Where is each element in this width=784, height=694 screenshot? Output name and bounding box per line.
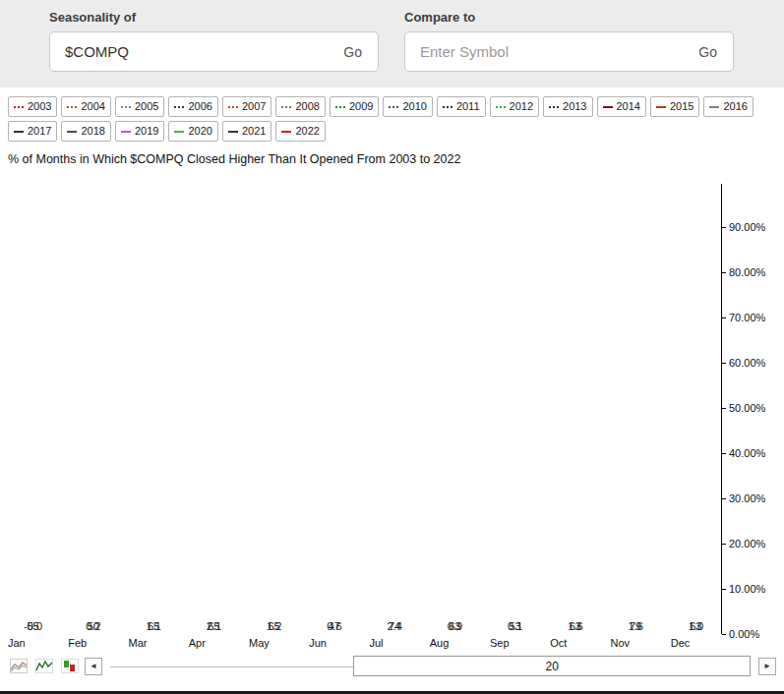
year-toggle-2014[interactable]: 2014 bbox=[597, 96, 646, 117]
month-label: Sep bbox=[490, 637, 540, 649]
year-label: 2014 bbox=[617, 100, 640, 113]
year-label: 2022 bbox=[295, 125, 319, 138]
scroll-right-button[interactable]: ► bbox=[758, 658, 776, 675]
year-toggle-2007[interactable]: 2007 bbox=[222, 96, 271, 117]
bars: 55-0.0500.2651.1652.1651.2470.6742.4630.… bbox=[0, 184, 721, 634]
bar-column: 742.4 bbox=[370, 620, 420, 634]
year-line-icon bbox=[121, 106, 131, 108]
histogram-glyph bbox=[61, 659, 79, 673]
symbol-go-button[interactable]: Go bbox=[332, 38, 374, 66]
line-chart-glyph bbox=[35, 659, 53, 673]
month-label: Dec bbox=[671, 637, 721, 649]
y-axis-tick: 80.00% bbox=[722, 266, 765, 278]
year-line-icon bbox=[549, 106, 559, 108]
year-line-icon bbox=[709, 106, 719, 108]
year-toggle-2019[interactable]: 2019 bbox=[115, 121, 164, 142]
y-axis-tick: 40.00% bbox=[722, 447, 765, 459]
year-line-icon bbox=[228, 106, 238, 108]
year-line-icon bbox=[335, 106, 345, 108]
symbol-input[interactable] bbox=[63, 42, 332, 61]
y-axis-tick: 20.00% bbox=[722, 538, 765, 549]
chart-toolbar: ◄ 20 ► bbox=[0, 649, 784, 682]
month-axis: JanFebMarAprMayJunJulAugSepOctNovDec bbox=[0, 637, 721, 649]
y-axis-tick: 70.00% bbox=[722, 312, 765, 323]
year-toggle-2009[interactable]: 2009 bbox=[330, 96, 379, 117]
year-label: 2016 bbox=[723, 100, 747, 113]
tick-mark bbox=[722, 589, 726, 590]
range-slider-thumb[interactable]: 20 bbox=[353, 656, 751, 676]
symbol-input-group: Go bbox=[49, 31, 379, 72]
bar-column: 530.1 bbox=[490, 620, 540, 634]
plot-area: 55-0.0500.2651.1652.1651.2470.6742.4630.… bbox=[0, 184, 721, 649]
tick-label: 10.00% bbox=[729, 583, 765, 595]
year-toggle-2016[interactable]: 2016 bbox=[703, 96, 753, 117]
year-label: 2015 bbox=[670, 100, 694, 113]
year-line-icon bbox=[67, 131, 77, 133]
bar-bottom-label: 0.9 bbox=[430, 620, 480, 632]
year-line-icon bbox=[443, 106, 452, 108]
year-toggle-2015[interactable]: 2015 bbox=[650, 96, 699, 117]
year-line-icon bbox=[228, 131, 238, 133]
month-label: Mar bbox=[129, 637, 179, 649]
compare-symbol-input[interactable] bbox=[418, 42, 687, 61]
y-axis-tick: 60.00% bbox=[722, 357, 765, 369]
year-toggle-2003[interactable]: 2003 bbox=[8, 96, 57, 117]
year-toggle-2018[interactable]: 2018 bbox=[61, 121, 110, 142]
year-label: 2009 bbox=[349, 100, 373, 113]
year-line-icon bbox=[281, 131, 291, 133]
bar-column: 651.2 bbox=[249, 620, 299, 634]
bar-column: 791.6 bbox=[611, 620, 661, 634]
year-toggle-2004[interactable]: 2004 bbox=[61, 96, 110, 117]
tick-label: 60.00% bbox=[729, 357, 765, 369]
bar-column: 631.0 bbox=[671, 620, 721, 634]
area-chart-icon[interactable] bbox=[8, 657, 29, 675]
year-toggle-2020[interactable]: 2020 bbox=[168, 121, 217, 142]
year-line-icon bbox=[174, 106, 184, 108]
month-label: Oct bbox=[550, 637, 600, 649]
compare-go-button[interactable]: Go bbox=[687, 38, 729, 66]
scroll-left-button[interactable]: ◄ bbox=[85, 658, 102, 675]
area-chart-glyph bbox=[10, 659, 28, 673]
chart-title: % of Months in Which $COMPQ Closed Highe… bbox=[0, 144, 784, 168]
year-toggle-2017[interactable]: 2017 bbox=[8, 121, 57, 142]
histogram-icon[interactable] bbox=[59, 657, 80, 675]
year-toggle-2010[interactable]: 2010 bbox=[383, 96, 432, 117]
line-chart-icon[interactable] bbox=[33, 657, 54, 675]
tick-label: 30.00% bbox=[729, 492, 765, 504]
year-toggle-2011[interactable]: 2011 bbox=[437, 96, 486, 117]
year-line-icon bbox=[496, 106, 506, 108]
seasonality-of-label: Seasonality of bbox=[49, 10, 379, 25]
bar-bottom-label: 1.6 bbox=[550, 620, 600, 632]
year-label: 2004 bbox=[81, 100, 104, 113]
year-toggle-2013[interactable]: 2013 bbox=[543, 96, 592, 117]
bar-column: 55-0.0 bbox=[8, 620, 58, 634]
year-label: 2006 bbox=[188, 100, 211, 113]
compare-input-group: Go bbox=[404, 31, 734, 72]
month-label: Nov bbox=[611, 637, 661, 649]
y-axis-tick: 90.00% bbox=[722, 221, 765, 233]
tick-mark bbox=[722, 408, 726, 409]
seasonality-of-group: Seasonality of Go bbox=[49, 10, 379, 72]
year-toggle-2005[interactable]: 2005 bbox=[115, 96, 164, 117]
y-axis-tick: 0.00% bbox=[722, 628, 759, 640]
bar-column: 651.1 bbox=[129, 620, 179, 634]
year-line-icon bbox=[281, 106, 291, 108]
year-toggle-2022[interactable]: 2022 bbox=[275, 121, 325, 142]
range-slider-track[interactable]: 20 bbox=[110, 656, 751, 676]
month-label: Jan bbox=[8, 637, 58, 649]
bar-bottom-label: 0.1 bbox=[490, 620, 540, 632]
year-toggle-2021[interactable]: 2021 bbox=[222, 121, 271, 142]
year-toggle-2012[interactable]: 2012 bbox=[490, 96, 539, 117]
year-label: 2008 bbox=[295, 100, 319, 113]
year-toggle-2006[interactable]: 2006 bbox=[168, 96, 217, 117]
bar-column: 630.9 bbox=[430, 620, 480, 634]
year-line-icon bbox=[67, 106, 77, 108]
bar-bottom-label: 0.2 bbox=[68, 620, 118, 632]
year-line-icon bbox=[14, 106, 24, 108]
year-label: 2019 bbox=[135, 125, 158, 138]
month-label: Apr bbox=[189, 637, 239, 649]
bar-column: 631.6 bbox=[550, 620, 600, 634]
year-label: 2012 bbox=[510, 100, 533, 113]
year-toggle-2008[interactable]: 2008 bbox=[275, 96, 325, 117]
year-line-icon bbox=[14, 131, 24, 133]
